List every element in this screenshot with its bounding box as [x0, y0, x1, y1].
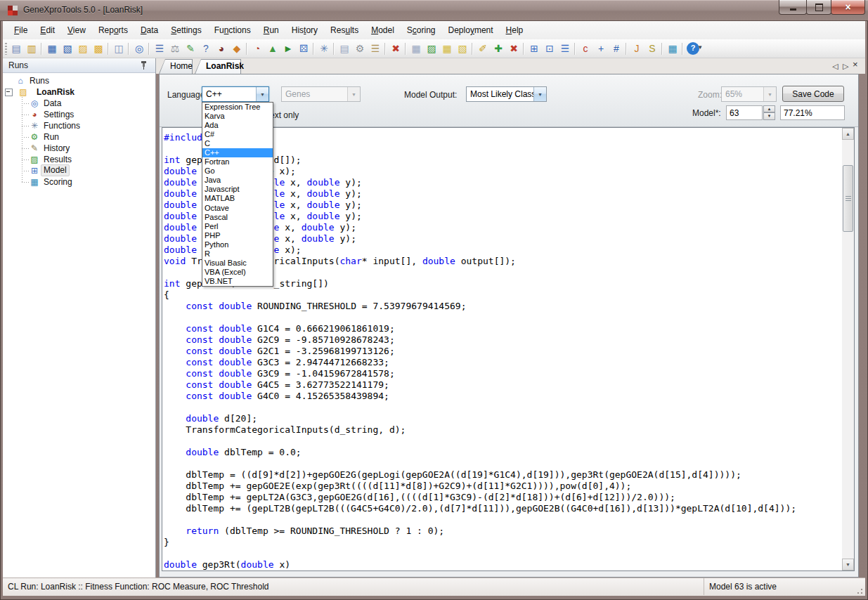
vertical-scrollbar[interactable]: ▲ ▼	[842, 128, 854, 570]
language-option-karva[interactable]: Karva	[202, 112, 273, 121]
tree-settings-icon[interactable]: ▲	[266, 42, 279, 55]
language-option-pascal[interactable]: Pascal	[202, 213, 273, 222]
clear-history-icon[interactable]: ✖	[389, 42, 402, 55]
spin-down-icon[interactable]: ▼	[763, 112, 775, 120]
close-button[interactable]: ×	[831, 0, 865, 15]
open-run-wizard-icon[interactable]: ▥	[25, 42, 38, 55]
scroll-down-icon[interactable]: ▼	[842, 559, 854, 570]
spin-up-icon[interactable]: ▲	[763, 105, 775, 112]
code-js-icon[interactable]: S	[646, 42, 659, 55]
remove-model-icon[interactable]: ✖	[507, 42, 520, 55]
language-option-vb-net[interactable]: VB.NET	[202, 277, 273, 286]
add-model-icon[interactable]: ✚	[492, 42, 505, 55]
save-run-icon[interactable]: ▦	[46, 42, 58, 55]
cleanup-icon[interactable]: ✐	[477, 42, 489, 55]
language-option-php[interactable]: PHP	[202, 231, 273, 240]
language-option-go[interactable]: Go	[202, 167, 273, 176]
model-subtree-icon[interactable]: ⊡	[543, 42, 556, 55]
categories-icon[interactable]: ◕	[215, 42, 228, 55]
open-folder-icon[interactable]: ▨	[77, 42, 89, 55]
menu-run[interactable]: Run	[257, 21, 285, 39]
fitness-scales-icon[interactable]: ⚖	[169, 42, 181, 55]
menu-help[interactable]: Help	[500, 21, 530, 39]
menu-history[interactable]: History	[285, 21, 324, 39]
language-option-expression-tree[interactable]: Expression Tree	[202, 103, 273, 112]
menu-deployment[interactable]: Deployment	[442, 21, 500, 39]
tab-scroll-left-button[interactable]: ◁	[832, 61, 838, 71]
minimize-button[interactable]	[779, 0, 807, 15]
code-cpp-icon[interactable]: +	[595, 42, 607, 55]
menu-settings[interactable]: Settings	[164, 21, 207, 39]
menu-scoring[interactable]: Scoring	[401, 21, 442, 39]
launch-run-icon[interactable]: ►	[282, 42, 294, 55]
validation-grid-icon[interactable]: ▦	[441, 42, 453, 55]
resize-grip[interactable]	[855, 586, 863, 594]
language-option-java[interactable]: Java	[202, 176, 273, 185]
help-icon[interactable]: ?	[687, 42, 699, 55]
language-combobox[interactable]: C++	[202, 86, 269, 102]
pushpin-icon[interactable]	[141, 61, 148, 70]
language-option-javascript[interactable]: Javascript	[202, 185, 273, 194]
menu-functions[interactable]: Functions	[208, 21, 257, 39]
language-option-c[interactable]: C	[202, 139, 273, 148]
language-option-r[interactable]: R	[202, 249, 273, 259]
randomize-icon[interactable]: ⚄	[297, 42, 310, 55]
new-run-icon[interactable]: ▤	[10, 42, 22, 55]
results-chart-icon[interactable]: ▨	[425, 42, 438, 55]
menu-reports[interactable]: Reports	[92, 21, 134, 39]
menu-edit[interactable]: Edit	[34, 21, 61, 39]
tab-loanrisk[interactable]: LoanRisk	[195, 59, 241, 74]
language-option-c-[interactable]: C#	[202, 130, 273, 139]
language-option-matlab[interactable]: MATLAB	[202, 194, 273, 203]
run-gear-icon[interactable]: ⚙	[354, 42, 366, 55]
validation-chart-icon[interactable]: ▧	[456, 42, 469, 55]
scoring-calculator-icon[interactable]: ▦	[666, 42, 679, 55]
data-grid-icon[interactable]: ▦	[410, 42, 422, 55]
building-blocks-icon[interactable]: ◆	[231, 42, 243, 55]
model-text-icon[interactable]: ☰	[559, 42, 571, 55]
code-csharp-icon[interactable]: #	[610, 42, 623, 55]
maximize-button[interactable]	[806, 0, 831, 15]
save-code-button[interactable]: Save Code	[782, 86, 844, 102]
language-option-octave[interactable]: Octave	[202, 204, 273, 213]
settings-pie-icon[interactable]: ◔	[251, 42, 264, 55]
model-number-input[interactable]: 63	[726, 105, 763, 120]
functions-icon[interactable]: ✳	[318, 42, 330, 55]
history-icon[interactable]: ☰	[369, 42, 382, 55]
model-output-combobox[interactable]: Most Likely Class	[466, 86, 547, 102]
model-tree-icon[interactable]: ⊞	[528, 42, 540, 55]
chevron-down-icon[interactable]	[256, 87, 268, 101]
edit-data-icon[interactable]: ✎	[184, 42, 197, 55]
model-number-stepper[interactable]: ▲ ▼	[763, 105, 775, 120]
report-icon[interactable]: ▤	[338, 42, 351, 55]
recent-files-icon[interactable]: ▩	[92, 42, 105, 55]
language-option-vba-excel-[interactable]: VBA (Excel)	[202, 268, 273, 277]
tab-close-button[interactable]: ×	[853, 60, 858, 70]
save-run-as-icon[interactable]: ▧	[61, 42, 74, 55]
language-option-fortran[interactable]: Fortran	[202, 157, 273, 167]
tab-scroll-right-button[interactable]: ▷	[843, 61, 848, 71]
code-java-icon[interactable]: J	[630, 42, 643, 55]
menu-view[interactable]: View	[61, 21, 92, 39]
menu-model[interactable]: Model	[365, 21, 401, 39]
menu-data[interactable]: Data	[134, 21, 164, 39]
language-option-visual-basic[interactable]: Visual Basic	[202, 259, 273, 268]
language-option-python[interactable]: Python	[202, 240, 273, 249]
scrollbar-thumb[interactable]	[843, 165, 853, 232]
language-option-perl[interactable]: Perl	[202, 222, 273, 231]
title-bar[interactable]: GeneXproTools 5.0 - [LoanRisk] ×	[0, 0, 868, 21]
tab-home[interactable]: Home	[159, 59, 193, 74]
menu-results[interactable]: Results	[324, 21, 365, 39]
database-help-icon[interactable]: ?	[200, 42, 212, 55]
copy-icon[interactable]: ◫	[112, 42, 125, 55]
database-icon[interactable]: ☰	[153, 42, 166, 55]
data-preview-icon[interactable]: ◎	[133, 42, 145, 55]
scroll-up-icon[interactable]: ▲	[842, 128, 854, 140]
language-option-c-[interactable]: C++	[202, 148, 273, 157]
tree-collapse-icon[interactable]	[5, 89, 13, 96]
toolbar-gripper[interactable]	[5, 43, 7, 55]
toolbar-overflow-button[interactable]: ▾	[699, 44, 702, 51]
chevron-down-icon[interactable]	[533, 87, 546, 101]
language-option-ada[interactable]: Ada	[202, 121, 273, 130]
menu-file[interactable]: File	[8, 21, 34, 39]
